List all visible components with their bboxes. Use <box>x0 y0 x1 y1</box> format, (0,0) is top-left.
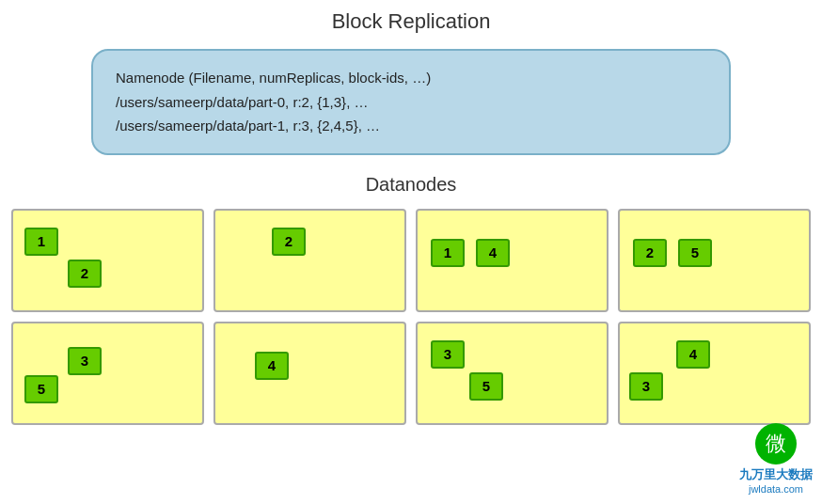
block-chip-4-0: 5 <box>24 375 58 403</box>
datanode-cell-6: 35 <box>416 322 609 425</box>
datanode-cell-7: 43 <box>618 322 811 425</box>
watermark-icon: 微 <box>755 423 797 465</box>
page-title: Block Replication <box>0 0 822 34</box>
namenode-line-3: /users/sameerp/data/part-1, r:3, {2,4,5}… <box>116 118 380 134</box>
datanode-cell-1: 2 <box>213 209 406 312</box>
block-chip-2-0: 1 <box>431 239 465 267</box>
datanode-cell-5: 4 <box>213 322 406 425</box>
datanode-grid: 12214255343543 <box>11 209 811 425</box>
block-chip-3-0: 2 <box>633 239 667 267</box>
block-chip-6-1: 5 <box>469 372 503 401</box>
block-chip-2-1: 4 <box>476 239 510 267</box>
block-chip-7-0: 4 <box>676 340 710 369</box>
block-chip-3-1: 5 <box>678 239 712 267</box>
block-chip-4-1: 3 <box>68 347 102 375</box>
datanode-cell-2: 14 <box>416 209 609 312</box>
watermark-subtext: jwldata.com <box>739 483 813 495</box>
namenode-line-2: /users/sameerp/data/part-0, r:2, {1,3}, … <box>116 94 368 110</box>
block-chip-6-0: 3 <box>431 340 465 369</box>
block-chip-5-0: 4 <box>255 352 289 380</box>
datanodes-title: Datanodes <box>0 174 822 196</box>
datanode-cell-3: 25 <box>618 209 811 312</box>
namenode-line-1: Namenode (Filename, numReplicas, block-i… <box>116 70 431 86</box>
watermark-text: 九万里大数据 <box>739 466 813 483</box>
datanode-cell-0: 12 <box>11 209 204 312</box>
block-chip-1-0: 2 <box>272 228 306 256</box>
namenode-box: Namenode (Filename, numReplicas, block-i… <box>91 49 731 155</box>
block-chip-0-0: 1 <box>24 228 58 256</box>
block-chip-0-1: 2 <box>68 260 102 288</box>
block-chip-7-1: 3 <box>629 372 663 401</box>
watermark: 微 九万里大数据 jwldata.com <box>739 423 813 495</box>
datanode-cell-4: 53 <box>11 322 204 425</box>
